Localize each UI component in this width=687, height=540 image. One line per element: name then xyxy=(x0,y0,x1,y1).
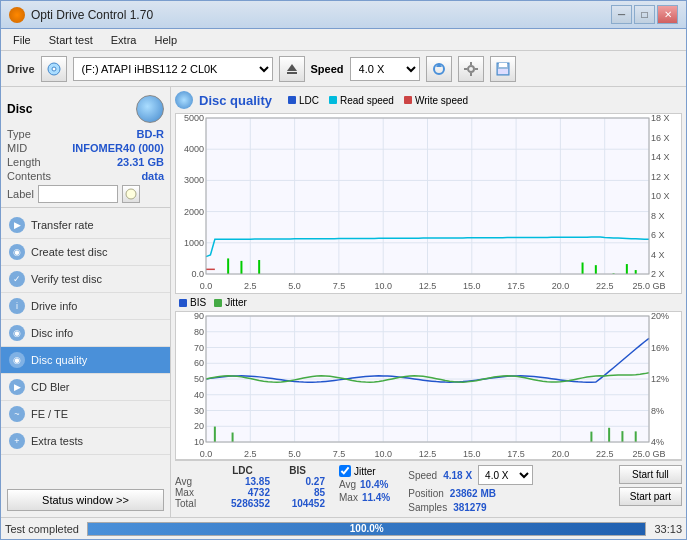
sidebar-item-drive-info[interactable]: i Drive info xyxy=(1,293,170,320)
sidebar-nav: ▶ Transfer rate ◉ Create test disc ✓ Ver… xyxy=(1,212,170,483)
position-value: 23862 MB xyxy=(450,488,496,499)
svg-rect-13 xyxy=(498,69,508,74)
speed-select[interactable]: 4.0 X xyxy=(350,57,420,81)
sidebar-item-label: CD Bler xyxy=(31,381,70,393)
stats-area: LDC BIS Avg 13.85 0.27 Max 4732 85 Tot xyxy=(175,460,682,515)
disc-visual-icon xyxy=(136,95,164,123)
sidebar-item-label: Disc info xyxy=(31,327,73,339)
svg-rect-8 xyxy=(470,73,472,76)
create-test-icon: ◉ xyxy=(9,244,25,260)
svg-marker-2 xyxy=(287,64,297,71)
disc-length-label: Length xyxy=(7,156,41,168)
total-ldc: 5286352 xyxy=(215,498,270,509)
status-text: Test completed xyxy=(5,523,79,535)
legend-read-speed-label: Read speed xyxy=(340,95,394,106)
disc-contents-value: data xyxy=(141,170,164,182)
bottom-chart-canvas xyxy=(176,312,681,460)
content-area: Disc quality LDC Read speed Write speed xyxy=(171,87,686,517)
title-buttons: ─ □ ✕ xyxy=(611,5,678,24)
samples-value: 381279 xyxy=(453,502,486,513)
legend-bis-label: BIS xyxy=(190,297,206,308)
jitter-max-label: Max xyxy=(339,492,358,503)
minimize-button[interactable]: ─ xyxy=(611,5,632,24)
max-bis: 85 xyxy=(270,487,325,498)
legend-bis: BIS xyxy=(179,297,206,308)
disc-info-icon: ◉ xyxy=(9,325,25,341)
disc-section-label: Disc xyxy=(7,102,32,116)
stats-speed-select[interactable]: 4.0 X xyxy=(478,465,533,485)
label-icon-btn[interactable] xyxy=(122,185,140,203)
disc-header: Disc xyxy=(7,95,164,123)
title-bar: Opti Drive Control 1.70 ─ □ ✕ xyxy=(1,1,686,29)
jitter-avg-row: Avg 10.4% xyxy=(339,479,390,490)
total-bis: 104452 xyxy=(270,498,325,509)
sidebar-item-label: Create test disc xyxy=(31,246,107,258)
close-button[interactable]: ✕ xyxy=(657,5,678,24)
charts-area: BIS Jitter xyxy=(175,113,682,460)
settings-icon-btn[interactable] xyxy=(458,56,484,82)
disc-mid-value: INFOMER40 (000) xyxy=(72,142,164,154)
position-label: Position xyxy=(408,488,444,499)
disc-label-input[interactable] xyxy=(38,185,118,203)
jitter-checkbox[interactable] xyxy=(339,465,351,477)
eject-icon-btn[interactable] xyxy=(279,56,305,82)
menu-start-test[interactable]: Start test xyxy=(41,32,101,48)
sidebar-item-label: Transfer rate xyxy=(31,219,94,231)
maximize-button[interactable]: □ xyxy=(634,5,655,24)
bis-header: BIS xyxy=(270,465,325,476)
legend-ldc: LDC xyxy=(288,95,319,106)
menu-extra[interactable]: Extra xyxy=(103,32,145,48)
disc-contents-label: Contents xyxy=(7,170,51,182)
sidebar-item-transfer-rate[interactable]: ▶ Transfer rate xyxy=(1,212,170,239)
jitter-header: Jitter xyxy=(339,465,390,477)
speed-label: Speed xyxy=(311,63,344,75)
drive-select[interactable]: (F:) ATAPI iHBS112 2 CL0K xyxy=(73,57,273,81)
disc-label-row: Label xyxy=(7,185,164,203)
total-label: Total xyxy=(175,498,215,509)
sidebar-item-disc-quality[interactable]: ◉ Disc quality xyxy=(1,347,170,374)
main-window: Opti Drive Control 1.70 ─ □ ✕ File Start… xyxy=(0,0,687,540)
refresh-icon-btn[interactable] xyxy=(426,56,452,82)
title-bar-left: Opti Drive Control 1.70 xyxy=(9,7,153,23)
svg-point-1 xyxy=(52,67,56,71)
legend-bis-dot xyxy=(179,299,187,307)
menu-help[interactable]: Help xyxy=(146,32,185,48)
disc-type-row: Type BD-R xyxy=(7,127,164,141)
start-full-button[interactable]: Start full xyxy=(619,465,682,484)
top-chart-canvas xyxy=(176,114,681,292)
toolbar: Drive (F:) ATAPI iHBS112 2 CL0K Speed 4.… xyxy=(1,51,686,87)
jitter-avg-label: Avg xyxy=(339,479,356,490)
status-window-button[interactable]: Status window >> xyxy=(7,489,164,511)
stats-table: LDC BIS Avg 13.85 0.27 Max 4732 85 Tot xyxy=(175,465,325,509)
menu-file[interactable]: File xyxy=(5,32,39,48)
disc-icon-btn[interactable] xyxy=(41,56,67,82)
bottom-chart xyxy=(175,311,682,460)
samples-row: Samples 381279 xyxy=(408,502,533,513)
status-bar: Test completed 100.0% 33:13 xyxy=(1,517,686,539)
disc-type-value: BD-R xyxy=(137,128,165,140)
window-title: Opti Drive Control 1.70 xyxy=(31,8,153,22)
save-icon-btn[interactable] xyxy=(490,56,516,82)
disc-quality-title: Disc quality xyxy=(199,93,272,108)
drive-info-icon: i xyxy=(9,298,25,314)
speed-row: Speed 4.18 X 4.0 X xyxy=(408,465,533,485)
position-row: Position 23862 MB xyxy=(408,488,533,499)
sidebar-item-verify-test-disc[interactable]: ✓ Verify test disc xyxy=(1,266,170,293)
disc-quality-icon-header xyxy=(175,91,193,109)
sidebar-item-cd-bler[interactable]: ▶ CD Bler xyxy=(1,374,170,401)
sidebar-item-fe-te[interactable]: ~ FE / TE xyxy=(1,401,170,428)
svg-rect-9 xyxy=(464,68,467,70)
disc-quality-header: Disc quality LDC Read speed Write speed xyxy=(175,91,682,109)
sidebar-item-label: Extra tests xyxy=(31,435,83,447)
legend-jitter-label: Jitter xyxy=(225,297,247,308)
disc-label-label: Label xyxy=(7,188,34,200)
speed-value: 4.18 X xyxy=(443,470,472,481)
sidebar-item-disc-info[interactable]: ◉ Disc info xyxy=(1,320,170,347)
disc-type-label: Type xyxy=(7,128,31,140)
jitter-max-value: 11.4% xyxy=(362,492,390,503)
sidebar-item-create-test-disc[interactable]: ◉ Create test disc xyxy=(1,239,170,266)
start-part-button[interactable]: Start part xyxy=(619,487,682,506)
sidebar-item-extra-tests[interactable]: + Extra tests xyxy=(1,428,170,455)
app-icon xyxy=(9,7,25,23)
ldc-header: LDC xyxy=(215,465,270,476)
